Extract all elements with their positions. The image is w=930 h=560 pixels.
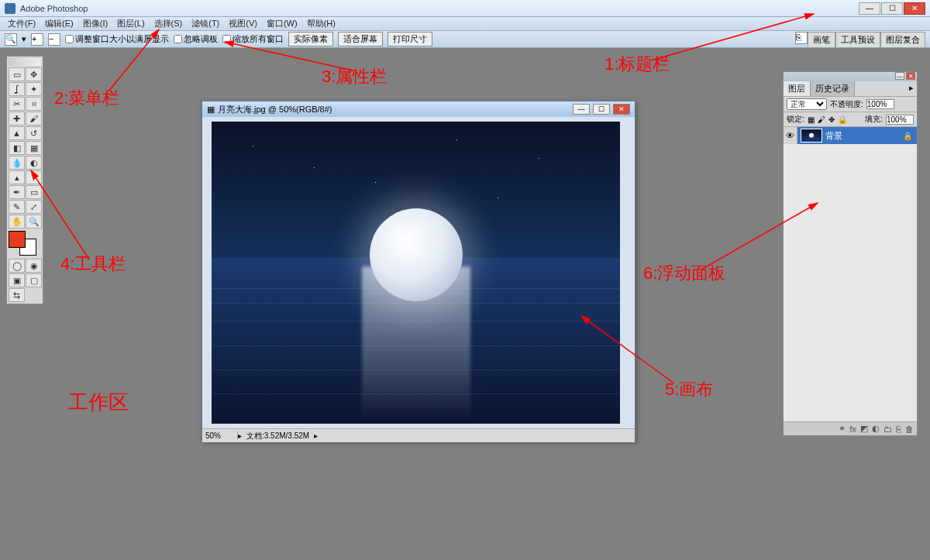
menu-filter[interactable]: 滤镜(T) xyxy=(188,17,222,30)
tab-layer-comps[interactable]: 图层复合 xyxy=(880,32,925,47)
toolbox-header-icon xyxy=(9,58,41,66)
document-title: 月亮大海.jpg @ 50%(RGB/8#) xyxy=(218,104,332,115)
layer-thumbnail[interactable] xyxy=(801,129,822,143)
panel-minimize-button[interactable]: — xyxy=(895,72,904,80)
opacity-input[interactable] xyxy=(866,99,894,109)
menu-help[interactable]: 帮助(H) xyxy=(304,17,339,30)
doc-minimize-button[interactable]: — xyxy=(573,104,590,115)
menu-window[interactable]: 窗口(W) xyxy=(264,17,301,30)
fg-color-swatch[interactable] xyxy=(9,231,26,248)
layer-row[interactable]: 👁 背景 🔒 xyxy=(784,127,917,144)
zoom-tool[interactable]: 🔍 xyxy=(26,215,42,228)
fit-screen-button[interactable]: 适合屏幕 xyxy=(338,32,383,46)
ignore-palettes-check[interactable]: 忽略调板 xyxy=(174,33,218,45)
eyedropper-tool[interactable]: ⤢ xyxy=(26,200,42,214)
adjustment-layer-icon[interactable]: ◐ xyxy=(872,424,880,434)
zoom-field[interactable]: 50% xyxy=(202,431,238,440)
menu-view[interactable]: 视图(V) xyxy=(226,17,260,30)
brush-tool[interactable]: 🖌 xyxy=(26,112,42,125)
new-group-icon[interactable]: 🗀 xyxy=(884,424,892,434)
slice-tool[interactable]: ⌗ xyxy=(26,97,42,111)
annotation-4: 4:工具栏 xyxy=(60,253,126,276)
healing-brush-tool[interactable]: ✚ xyxy=(9,112,25,125)
magic-wand-tool[interactable]: ✦ xyxy=(26,82,42,96)
tab-layers[interactable]: 图层 xyxy=(784,81,811,96)
layer-name: 背景 xyxy=(825,130,842,142)
clone-stamp-tool[interactable]: ▲ xyxy=(9,126,25,140)
doc-maximize-button[interactable]: ☐ xyxy=(593,104,610,115)
layer-style-icon[interactable]: fx xyxy=(849,424,856,434)
palette-well-icon[interactable]: ⎘ xyxy=(795,32,808,44)
history-brush-tool[interactable]: ↺ xyxy=(26,126,42,140)
palette-well: ⎘ 画笔 工具预设 图层复合 xyxy=(795,32,925,47)
zoom-out-icon[interactable]: − xyxy=(48,33,60,46)
gradient-tool[interactable]: ▦ xyxy=(26,141,42,155)
screenmode-standard-icon[interactable]: ▣ xyxy=(9,273,25,287)
menu-bar: 文件(F) 编辑(E) 图像(I) 图层(L) 选择(S) 滤镜(T) 视图(V… xyxy=(0,17,930,31)
close-button[interactable]: ✕ xyxy=(904,2,925,15)
document-window: ▦ 月亮大海.jpg @ 50%(RGB/8#) — ☐ ✕ 50% ▸ 文档:… xyxy=(202,101,636,441)
app-icon xyxy=(5,3,16,14)
fill-label: 填充: xyxy=(865,114,883,125)
imageready-icon[interactable]: ⇆ xyxy=(9,288,25,302)
blend-mode-select[interactable]: 正常 xyxy=(787,98,827,110)
zoom-in-icon[interactable]: + xyxy=(31,33,43,46)
lock-all-icon[interactable]: 🔒 xyxy=(838,115,847,124)
quickmask-on-icon[interactable]: ◉ xyxy=(26,259,42,273)
tab-brushes[interactable]: 画笔 xyxy=(808,32,835,47)
status-menu-icon[interactable]: ▸ xyxy=(314,431,318,440)
lock-paint-icon[interactable]: 🖌 xyxy=(818,115,825,124)
lock-transparent-icon[interactable]: ▦ xyxy=(808,115,815,124)
title-bar: Adobe Photoshop — ☐ ✕ xyxy=(0,0,930,17)
type-tool[interactable]: T xyxy=(26,170,42,184)
lasso-tool[interactable]: ʆ xyxy=(9,82,25,96)
notes-tool[interactable]: ✎ xyxy=(9,200,25,214)
delete-layer-icon[interactable]: 🗑 xyxy=(905,424,914,434)
menu-edit[interactable]: 编辑(E) xyxy=(42,17,77,30)
color-swatches[interactable] xyxy=(9,231,41,257)
document-title-bar[interactable]: ▦ 月亮大海.jpg @ 50%(RGB/8#) — ☐ ✕ xyxy=(202,101,635,117)
menu-layer[interactable]: 图层(L) xyxy=(114,17,147,30)
canvas[interactable] xyxy=(212,122,620,424)
panel-menu-icon[interactable]: ▸ xyxy=(906,81,917,96)
print-size-button[interactable]: 打印尺寸 xyxy=(388,32,432,46)
lock-icon: 🔒 xyxy=(903,132,912,140)
link-layers-icon[interactable]: ⚭ xyxy=(839,424,846,434)
crop-tool[interactable]: ✂ xyxy=(9,97,25,111)
tab-tool-presets[interactable]: 工具预设 xyxy=(835,32,880,47)
lock-move-icon[interactable]: ✥ xyxy=(828,115,835,124)
fit-window-check[interactable]: 调整窗口大小以满屏显示 xyxy=(65,33,169,45)
menu-file[interactable]: 文件(F) xyxy=(5,17,39,30)
doc-close-button[interactable]: ✕ xyxy=(613,104,630,115)
marquee-tool[interactable]: ▭ xyxy=(9,67,25,81)
menu-image[interactable]: 图像(I) xyxy=(80,17,111,30)
blur-tool[interactable]: 💧 xyxy=(9,156,25,170)
maximize-button[interactable]: ☐ xyxy=(881,2,903,15)
pen-tool[interactable]: ✒ xyxy=(9,185,25,199)
dodge-tool[interactable]: ◐ xyxy=(26,156,42,170)
zoom-all-check[interactable]: 缩放所有窗口 xyxy=(222,33,284,45)
zoom-tool-icon[interactable]: 🔍 xyxy=(5,33,17,46)
shape-tool[interactable]: ▭ xyxy=(26,185,42,199)
minimize-button[interactable]: — xyxy=(859,2,880,15)
visibility-icon[interactable]: 👁 xyxy=(784,127,797,144)
layers-panel: — ✕ 图层 历史记录 ▸ 正常 不透明度: 锁定: ▦ 🖌 ✥ 🔒 填充: 👁… xyxy=(783,71,918,436)
move-tool[interactable]: ✥ xyxy=(26,67,42,81)
annotation-6: 6:浮动面板 xyxy=(643,262,725,285)
toolbox: ▭ ✥ ʆ ✦ ✂ ⌗ ✚ 🖌 ▲ ↺ ◧ ▦ 💧 ◐ ▴ T ✒ ▭ ✎ ⤢ … xyxy=(6,56,43,304)
menu-select[interactable]: 选择(S) xyxy=(151,17,186,30)
annotation-2: 2:菜单栏 xyxy=(54,87,119,110)
actual-pixels-button[interactable]: 实际像素 xyxy=(288,32,333,46)
zoom-dropdown-icon[interactable]: ▾ xyxy=(22,34,26,44)
path-select-tool[interactable]: ▴ xyxy=(9,170,25,184)
eraser-tool[interactable]: ◧ xyxy=(9,141,25,155)
tab-history[interactable]: 历史记录 xyxy=(811,81,855,96)
new-layer-icon[interactable]: ⎘ xyxy=(896,424,901,434)
screenmode-full-icon[interactable]: ▢ xyxy=(26,273,42,287)
panel-close-button[interactable]: ✕ xyxy=(906,72,915,80)
quickmask-icon[interactable]: ◯ xyxy=(9,259,25,273)
fill-input[interactable] xyxy=(886,115,914,125)
annotation-workarea: 工作区 xyxy=(68,389,129,416)
hand-tool[interactable]: ✋ xyxy=(9,215,25,228)
layer-mask-icon[interactable]: ◩ xyxy=(860,424,868,434)
